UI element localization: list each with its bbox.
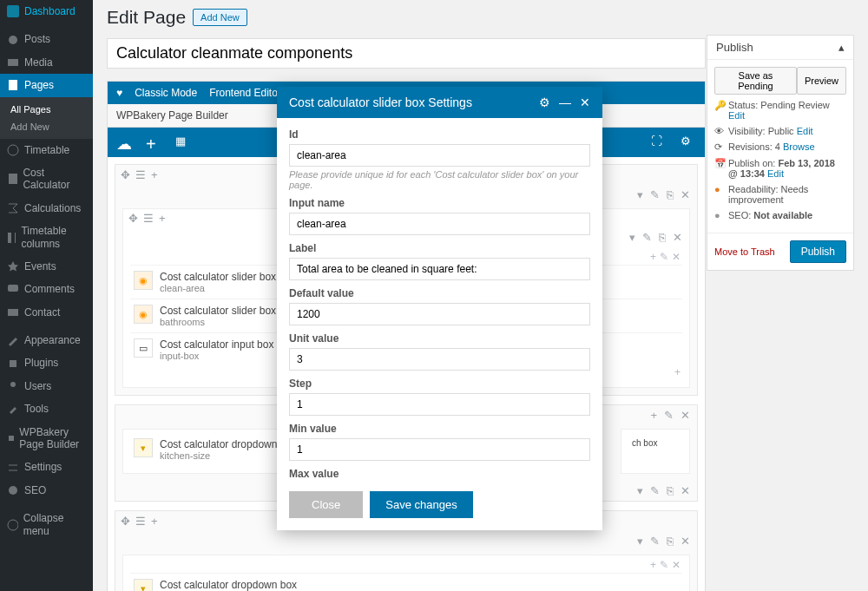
clone-icon[interactable]: ⎘	[659, 231, 666, 244]
edit-visibility-link[interactable]: Edit	[797, 126, 813, 136]
menu-settings[interactable]: Settings	[0, 456, 93, 478]
menu-plugins[interactable]: Plugins	[0, 351, 93, 374]
preview-button[interactable]: Preview	[797, 67, 846, 95]
add-new-button[interactable]: Add New	[193, 9, 247, 26]
chevron-down-icon[interactable]: ▾	[637, 484, 643, 497]
svg-rect-6	[8, 233, 11, 243]
pencil-icon[interactable]: ✎	[660, 251, 668, 263]
move-to-trash-link[interactable]: Move to Trash	[714, 246, 775, 257]
columns-icon[interactable]: ☰	[143, 212, 154, 225]
menu-media[interactable]: Media	[0, 51, 93, 74]
id-input[interactable]	[289, 144, 590, 167]
menu-posts[interactable]: Posts	[0, 28, 93, 50]
columns-icon[interactable]: ☰	[135, 515, 146, 528]
menu-cost-calculator[interactable]: Cost Calculator	[0, 161, 93, 197]
clone-icon[interactable]: ⎘	[667, 188, 674, 201]
add-icon[interactable]: +	[650, 251, 656, 263]
clone-icon[interactable]: ⎘	[667, 535, 674, 548]
collapse-icon[interactable]: ▴	[838, 41, 845, 54]
columns-icon[interactable]: ☰	[135, 168, 146, 181]
submenu-add-new[interactable]: Add New	[0, 118, 93, 135]
svg-point-4	[8, 145, 18, 155]
gear-icon[interactable]: ⚙	[681, 135, 696, 150]
default-value-input[interactable]	[289, 303, 590, 325]
svg-rect-10	[10, 360, 16, 367]
input-name-input[interactable]	[289, 213, 590, 235]
pencil-icon[interactable]: ✎	[650, 484, 660, 497]
post-title-input[interactable]	[107, 38, 706, 69]
add-icon[interactable]: +	[650, 409, 657, 422]
menu-label: Pages	[24, 79, 54, 91]
save-pending-button[interactable]: Save as Pending	[714, 67, 797, 95]
close-icon[interactable]: ✕	[672, 251, 681, 263]
add-element-icon[interactable]: +	[146, 135, 161, 150]
id-description: Please provide unique id for each 'Cost …	[289, 169, 590, 190]
menu-timetable[interactable]: Timetable	[0, 139, 93, 161]
menu-appearance[interactable]: Appearance	[0, 329, 93, 351]
add-icon[interactable]: +	[650, 559, 656, 571]
edit-status-link[interactable]: Edit	[728, 110, 745, 121]
close-icon[interactable]: ✕	[580, 96, 590, 108]
move-icon[interactable]: ✥	[128, 212, 138, 225]
menu-events[interactable]: Events	[0, 255, 93, 278]
fullscreen-icon[interactable]: ⛶	[651, 135, 667, 150]
close-icon[interactable]: ✕	[681, 484, 690, 497]
menu-label: Comments	[24, 283, 75, 295]
save-changes-button[interactable]: Save changes	[370, 491, 472, 518]
browse-revisions-link[interactable]: Browse	[783, 141, 815, 152]
menu-users[interactable]: Users	[0, 375, 93, 397]
gear-icon[interactable]: ⚙	[539, 96, 550, 108]
close-icon[interactable]: ✕	[673, 231, 682, 244]
menu-collapse[interactable]: Collapse menu	[0, 507, 93, 542]
submenu-all-pages[interactable]: All Pages	[0, 101, 93, 118]
settings-modal: Cost calculator slider box Settings ⚙ — …	[277, 87, 602, 530]
add-icon[interactable]: +	[151, 515, 158, 528]
chevron-down-icon[interactable]: ▾	[629, 231, 635, 244]
pencil-icon[interactable]: ✎	[650, 535, 660, 548]
menu-wpbakery[interactable]: WPBakery Page Builder	[0, 421, 93, 456]
add-icon[interactable]: +	[151, 168, 158, 181]
menu-pages[interactable]: Pages	[0, 74, 93, 96]
label-input[interactable]	[289, 258, 590, 280]
unit-value-input[interactable]	[289, 348, 590, 371]
add-icon[interactable]: +	[674, 366, 681, 378]
chevron-down-icon[interactable]: ▾	[637, 535, 643, 548]
pencil-icon[interactable]: ✎	[642, 231, 652, 244]
wpbakery-logo-icon[interactable]: ☁	[116, 135, 132, 150]
move-icon[interactable]: ✥	[121, 168, 130, 181]
publish-button[interactable]: Publish	[790, 240, 846, 263]
minimize-icon[interactable]: —	[559, 96, 571, 108]
close-icon[interactable]: ✕	[681, 188, 690, 201]
template-icon[interactable]: ▦	[175, 135, 191, 150]
pencil-icon[interactable]: ✎	[664, 409, 674, 422]
menu-dashboard[interactable]: Dashboard	[0, 0, 93, 23]
menu-label: Cost Calculator	[23, 167, 86, 192]
menu-tools[interactable]: Tools	[0, 397, 93, 420]
seo-dot-icon: ●	[714, 210, 725, 220]
add-icon[interactable]: +	[159, 212, 166, 225]
pencil-icon[interactable]: ✎	[650, 188, 660, 201]
close-button[interactable]: Close	[289, 491, 363, 518]
menu-timetable-columns[interactable]: Timetable columns	[0, 220, 93, 255]
chevron-down-icon[interactable]: ▾	[637, 188, 643, 201]
publish-title: Publish	[716, 41, 753, 54]
move-icon[interactable]: ✥	[121, 515, 130, 528]
close-icon[interactable]: ✕	[681, 535, 690, 548]
menu-calculations[interactable]: Calculations	[0, 197, 93, 220]
classic-mode-tab[interactable]: Classic Mode	[135, 87, 197, 99]
clone-icon[interactable]: ⎘	[667, 484, 674, 497]
close-icon[interactable]: ✕	[672, 559, 681, 571]
builder-element[interactable]: ch box	[628, 433, 682, 453]
min-value-input[interactable]	[289, 438, 590, 461]
menu-seo[interactable]: SEO	[0, 479, 93, 502]
pencil-icon[interactable]: ✎	[660, 559, 668, 571]
menu-label: Plugins	[24, 357, 58, 369]
menu-contact[interactable]: Contact	[0, 301, 93, 324]
frontend-editor-tab[interactable]: Frontend Editor	[209, 87, 281, 99]
edit-date-link[interactable]: Edit	[767, 168, 784, 179]
element-title: Cost calculator dropdown box	[160, 579, 297, 591]
builder-element[interactable]: ▾ Cost calculator dropdown boxcleaning-s…	[130, 573, 682, 591]
step-input[interactable]	[289, 393, 590, 416]
close-icon[interactable]: ✕	[681, 409, 690, 422]
menu-comments[interactable]: Comments	[0, 278, 93, 300]
